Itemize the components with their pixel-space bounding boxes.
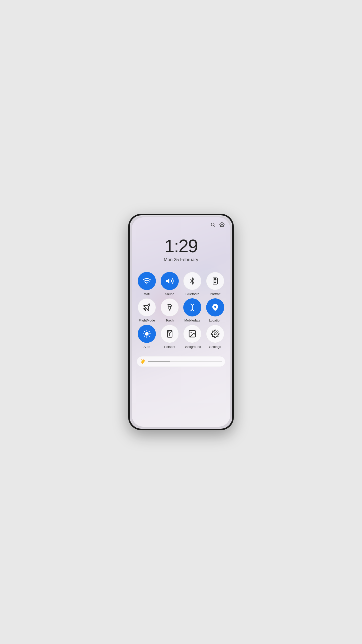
wifi-label: Wifi (144, 292, 150, 296)
hotspot-label: Hotspot (164, 345, 175, 349)
tile-portrait[interactable]: Portrait (205, 272, 225, 296)
tile-sound[interactable]: Sound (160, 272, 180, 296)
background-label: Background (184, 345, 201, 349)
clock-time: 1:29 (132, 237, 230, 255)
gear-icon[interactable] (219, 222, 225, 227)
search-icon[interactable] (210, 222, 216, 227)
svg-rect-10 (169, 306, 170, 309)
bluetooth-icon[interactable] (183, 272, 201, 290)
svg-line-1 (214, 226, 215, 227)
torch-label: Torch (166, 318, 174, 322)
brightness-fill-track (148, 361, 222, 362)
mobiledata-icon[interactable] (183, 298, 201, 316)
torch-icon[interactable] (161, 298, 179, 316)
clock-section: 1:29 Mon 25 February (132, 229, 230, 264)
flightmode-label: FlightMode (139, 318, 155, 322)
hotspot-icon[interactable] (161, 325, 179, 343)
auto-label: Auto (144, 345, 150, 349)
mobiledata-label: Mobiledata (184, 318, 200, 322)
svg-point-13 (145, 332, 149, 336)
portrait-icon[interactable] (206, 272, 224, 290)
clock-date: Mon 25 February (132, 257, 230, 262)
brightness-sun-icon: ☀️ (140, 359, 146, 364)
svg-point-26 (191, 332, 192, 333)
sound-icon[interactable] (161, 272, 179, 290)
brightness-bar-container: ☀️ (132, 349, 230, 367)
top-bar (132, 217, 230, 229)
location-icon[interactable] (206, 298, 224, 316)
tile-background[interactable]: Background (182, 325, 203, 349)
tile-location[interactable]: Location (205, 298, 225, 322)
tile-bluetooth[interactable]: Bluetooth (182, 272, 203, 296)
phone-shell: 1:29 Mon 25 February Wifi (128, 214, 234, 430)
brightness-fill-value (148, 361, 170, 362)
tile-torch[interactable]: Torch (160, 298, 180, 322)
settings-tile-icon[interactable] (206, 325, 224, 343)
flightmode-icon[interactable] (138, 298, 156, 316)
tile-mobiledata[interactable]: Mobiledata (182, 298, 203, 322)
bluetooth-label: Bluetooth (186, 292, 199, 296)
quick-tiles-grid: Wifi Sound (132, 264, 230, 349)
svg-point-27 (214, 333, 216, 335)
svg-point-3 (146, 283, 147, 284)
background-icon[interactable] (183, 325, 201, 343)
tile-settings[interactable]: Settings (205, 325, 225, 349)
svg-line-18 (144, 331, 145, 332)
tile-flightmode[interactable]: FlightMode (137, 298, 157, 322)
sound-label: Sound (165, 292, 174, 296)
tile-hotspot[interactable]: Hotspot (160, 325, 180, 349)
phone-screen: 1:29 Mon 25 February Wifi (132, 217, 230, 427)
tile-auto[interactable]: Auto (137, 325, 157, 349)
svg-line-21 (149, 331, 149, 332)
svg-rect-9 (214, 278, 216, 279)
wifi-icon[interactable] (138, 272, 156, 290)
brightness-track[interactable]: ☀️ (137, 356, 225, 367)
settings-label: Settings (209, 345, 221, 349)
svg-line-19 (149, 336, 149, 336)
svg-line-20 (144, 336, 145, 336)
tile-wifi[interactable]: Wifi (137, 272, 157, 296)
auto-icon[interactable] (138, 325, 156, 343)
svg-point-2 (221, 224, 223, 225)
portrait-label: Portrait (210, 292, 220, 296)
svg-marker-4 (166, 278, 169, 284)
svg-point-12 (214, 306, 216, 308)
location-label: Location (209, 318, 221, 322)
